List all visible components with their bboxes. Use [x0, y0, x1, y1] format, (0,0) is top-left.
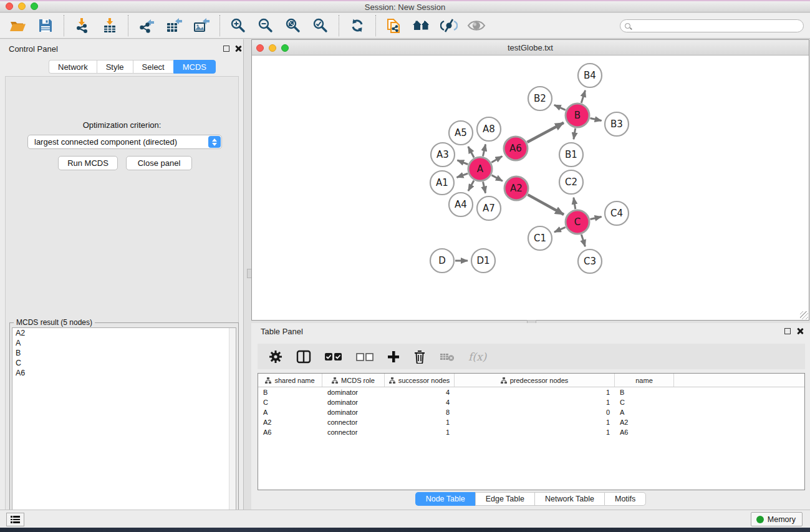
cell[interactable]: B: [615, 389, 674, 396]
node-B1[interactable]: B1: [559, 143, 583, 167]
result-item[interactable]: A2: [12, 328, 236, 338]
node-A6[interactable]: A6: [504, 137, 528, 160]
tab-node-table[interactable]: Node Table: [415, 492, 475, 506]
window-resize-grip[interactable]: [800, 311, 808, 319]
edge-A2-C[interactable]: [528, 195, 564, 215]
node-A1[interactable]: A1: [430, 171, 454, 195]
network-window-titlebar[interactable]: testGlobe.txt: [252, 40, 809, 56]
edge-B-B3[interactable]: [590, 118, 601, 121]
table-row[interactable]: Cdominator41C: [258, 397, 804, 407]
node-A4[interactable]: A4: [449, 193, 473, 216]
cell[interactable]: 1: [385, 418, 455, 426]
hide-graphics-icon[interactable]: [440, 16, 458, 35]
edge-B-B1[interactable]: [574, 128, 576, 140]
edge-C-C4[interactable]: [590, 216, 601, 219]
cell[interactable]: 1: [455, 418, 615, 426]
refresh-icon[interactable]: [348, 16, 367, 35]
run-mcds-button[interactable]: Run MCDS: [58, 156, 118, 170]
cell[interactable]: 1: [455, 399, 615, 406]
add-column-icon[interactable]: [387, 351, 400, 363]
node-table[interactable]: shared nameMCDS rolesuccessor nodesprede…: [258, 373, 805, 490]
table-row[interactable]: Bdominator41B: [258, 387, 804, 397]
cell[interactable]: B: [258, 389, 322, 396]
table-row[interactable]: A6connector11A6: [258, 427, 804, 437]
edge-A-A5[interactable]: [468, 147, 474, 157]
select-all-icon[interactable]: [325, 352, 342, 361]
zoom-out-icon[interactable]: [256, 16, 275, 35]
import-network-icon[interactable]: [73, 16, 92, 35]
cell[interactable]: dominator: [322, 409, 385, 416]
edge-B-B4[interactable]: [581, 90, 585, 103]
node-D[interactable]: D: [430, 249, 454, 273]
table-close-icon[interactable]: [796, 327, 804, 335]
edge-A-A2[interactable]: [492, 175, 503, 181]
edge-C-C3[interactable]: [581, 235, 585, 246]
zoom-in-icon[interactable]: [229, 16, 248, 35]
node-C[interactable]: C: [566, 210, 589, 234]
node-C2[interactable]: C2: [559, 170, 583, 194]
cell[interactable]: A6: [258, 428, 322, 436]
cell[interactable]: C: [615, 399, 674, 406]
import-table-icon[interactable]: [100, 16, 119, 35]
result-item[interactable]: B: [12, 348, 236, 358]
show-all-networks-icon[interactable]: [412, 16, 431, 35]
cell[interactable]: 1: [455, 428, 615, 436]
show-graphics-icon[interactable]: [467, 16, 486, 35]
tab-mcds[interactable]: MCDS: [173, 60, 216, 74]
cell[interactable]: A6: [615, 428, 674, 436]
cell[interactable]: 4: [385, 389, 455, 396]
node-B[interactable]: B: [566, 104, 589, 127]
node-A3[interactable]: A3: [431, 143, 455, 167]
edge-A-A4[interactable]: [468, 180, 474, 191]
copy-network-icon[interactable]: [385, 16, 403, 35]
network-canvas[interactable]: B4B2BB3B1A5A8A6A3AC2A1A2A4A7C4CC1C3DD1: [252, 56, 809, 320]
cell[interactable]: A2: [258, 418, 322, 426]
export-table-icon[interactable]: [165, 16, 183, 35]
zoom-fit-icon[interactable]: [284, 16, 302, 35]
column-header-name[interactable]: name: [615, 374, 674, 387]
tab-network[interactable]: Network: [49, 60, 97, 74]
cell[interactable]: 0: [455, 409, 615, 416]
column-header-successor-nodes[interactable]: successor nodes: [385, 374, 455, 387]
export-network-icon[interactable]: [137, 16, 156, 35]
cell[interactable]: 4: [385, 399, 455, 406]
result-item[interactable]: A6: [12, 368, 236, 378]
column-header-shared-name[interactable]: shared name: [258, 374, 322, 387]
mcds-result-list[interactable]: A2ABCA6: [12, 327, 236, 532]
export-image-icon[interactable]: [192, 16, 211, 35]
cell[interactable]: 8: [385, 409, 455, 416]
edge-A6-B[interactable]: [528, 123, 564, 142]
optimization-criterion-select[interactable]: largest connected component (directed): [27, 135, 222, 149]
cell[interactable]: dominator: [322, 389, 385, 396]
result-scrollbar[interactable]: [229, 328, 236, 532]
cell[interactable]: C: [258, 399, 322, 406]
cell[interactable]: 1: [455, 389, 615, 396]
cell[interactable]: dominator: [322, 399, 385, 406]
cell[interactable]: connector: [322, 418, 385, 426]
edge-A-A8[interactable]: [483, 144, 485, 156]
tab-edge-table[interactable]: Edge Table: [475, 492, 534, 506]
gear-icon[interactable]: [269, 350, 282, 364]
cell[interactable]: A2: [615, 418, 674, 426]
open-file-icon[interactable]: [9, 16, 27, 35]
column-header-predecessor-nodes[interactable]: predecessor nodes: [455, 374, 615, 387]
column-header-MCDS-role[interactable]: MCDS role: [322, 374, 385, 387]
table-row[interactable]: A2connector11A2: [258, 417, 804, 427]
cell[interactable]: 1: [385, 428, 455, 436]
node-A5[interactable]: A5: [449, 121, 473, 145]
edge-C-C2[interactable]: [574, 198, 576, 210]
node-A[interactable]: A: [468, 157, 492, 181]
delete-icon[interactable]: [413, 350, 426, 364]
deselect-all-icon[interactable]: [356, 352, 374, 361]
table-float-icon[interactable]: [784, 328, 791, 334]
edge-A-A3[interactable]: [457, 160, 468, 165]
node-C4[interactable]: C4: [605, 201, 629, 225]
node-A8[interactable]: A8: [477, 117, 501, 141]
float-panel-icon[interactable]: [223, 46, 229, 52]
table-row[interactable]: Adominator80A: [258, 407, 804, 417]
edge-A-A6[interactable]: [491, 157, 502, 163]
tab-style[interactable]: Style: [97, 60, 133, 74]
edge-B-B2[interactable]: [554, 105, 566, 110]
node-B3[interactable]: B3: [605, 112, 629, 136]
node-A2[interactable]: A2: [504, 177, 528, 200]
